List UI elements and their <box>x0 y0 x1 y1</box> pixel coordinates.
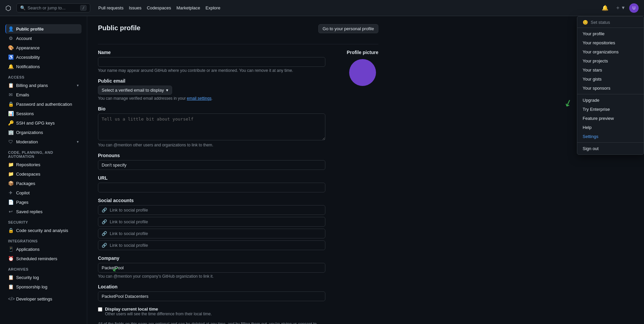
sidebar-item-applications[interactable]: 📱 Applications <box>5 244 82 254</box>
dropdown-help[interactable]: Help <box>577 123 644 132</box>
name-input[interactable] <box>98 57 325 67</box>
sidebar-section-code: Code, planning, and automation <box>5 146 82 160</box>
sidebar-item-saved-replies[interactable]: ↩ Saved replies <box>5 207 82 216</box>
email-hint: You can manage verified email addresses … <box>98 96 325 101</box>
pronouns-label: Pronouns <box>98 153 325 158</box>
repo-icon: 📁 <box>8 162 13 167</box>
dropdown-your-projects[interactable]: Your projects <box>577 56 644 65</box>
location-input[interactable] <box>98 291 325 301</box>
sidebar-item-pages[interactable]: 📄 Pages <box>5 197 82 207</box>
email-select-text: Select a verified email to display <box>102 88 164 93</box>
profile-picture[interactable] <box>349 59 376 86</box>
sidebar-item-billing[interactable]: 📋 Billing and plans ▾ <box>5 81 82 90</box>
link-icon-2: 🔗 <box>102 219 107 224</box>
dropdown-your-stars[interactable]: Your stars <box>577 65 644 75</box>
org-icon: 🏢 <box>8 130 13 135</box>
display-time-label[interactable]: Display current local time <box>105 307 158 312</box>
dropdown-feature-preview[interactable]: Feature preview <box>577 114 644 123</box>
sidebar-item-copilot[interactable]: ✈ Copilot <box>5 188 82 197</box>
link-icon-3: 🔗 <box>102 231 107 236</box>
key-icon: 🔑 <box>8 120 13 126</box>
social-input-2: 🔗 <box>98 217 325 227</box>
display-time-row: Display current local time Other users w… <box>98 307 325 316</box>
email-settings-link[interactable]: email settings <box>187 96 211 101</box>
brush-icon: 🎨 <box>8 45 13 50</box>
dropdown-your-sponsors[interactable]: Your sponsors <box>577 84 644 93</box>
page-title: Public profile <box>98 24 141 32</box>
shield-icon: 🛡 <box>8 139 13 144</box>
nav-marketplace[interactable]: Marketplace <box>176 5 200 10</box>
dropdown-your-profile[interactable]: Your profile <box>577 29 644 38</box>
email-select[interactable]: Select a verified email to display ▾ <box>98 86 172 95</box>
url-input[interactable] <box>98 183 325 192</box>
display-time-checkbox[interactable] <box>98 307 102 312</box>
reply-icon: ↩ <box>8 209 13 214</box>
search-bar[interactable]: 🔍 Search or jump to... / <box>16 3 90 12</box>
bio-label: Bio <box>98 106 325 111</box>
pronouns-select[interactable]: Don't specify <box>98 160 325 170</box>
pronouns-group: Pronouns Don't specify <box>98 153 325 170</box>
sidebar-item-password-auth[interactable]: 🔒 Password and authentication <box>5 99 82 109</box>
dropdown-your-gists[interactable]: Your gists <box>577 75 644 84</box>
go-to-profile-button[interactable]: Go to your personal profile <box>318 24 378 33</box>
sidebar-item-public-profile[interactable]: 👤 Public profile <box>5 24 82 34</box>
bottom-note: All of the fields on this page are optio… <box>98 322 325 324</box>
topnav-right: 🔔 ＋ ▾ U <box>600 3 639 13</box>
topnav-links: Pull requests Issues Codespaces Marketpl… <box>98 5 220 10</box>
sidebar-item-notifications[interactable]: 🔔 Notifications <box>5 62 82 71</box>
sidebar-item-developer-settings[interactable]: </> Developer settings <box>5 294 82 304</box>
company-hint: You can @mention your company's GitHub o… <box>98 274 325 279</box>
display-time-group: Display current local time Other users w… <box>98 307 325 316</box>
dropdown-your-repositories[interactable]: Your repositories <box>577 38 644 47</box>
sidebar-item-accessibility[interactable]: ♿ Accessibility <box>5 52 82 62</box>
social-input-3: 🔗 <box>98 229 325 238</box>
sidebar-item-appearance[interactable]: 🎨 Appearance <box>5 43 82 52</box>
social-input-4: 🔗 <box>98 240 325 250</box>
sidebar-item-security-log[interactable]: 📋 Security log <box>5 273 82 282</box>
sidebar-item-emails[interactable]: ✉ Emails <box>5 90 82 99</box>
sidebar-item-packages[interactable]: 📦 Packages <box>5 179 82 188</box>
social-field-2[interactable] <box>110 219 322 224</box>
nav-explore[interactable]: Explore <box>206 5 220 10</box>
nav-issues[interactable]: Issues <box>129 5 142 10</box>
sidebar-item-scheduled-reminders[interactable]: ⏰ Scheduled reminders <box>5 254 82 263</box>
page-layout: 👤 Public profile ⚙ Account 🎨 Appearance … <box>0 16 644 324</box>
github-logo[interactable]: ⬡ <box>5 4 11 12</box>
email-icon: ✉ <box>8 92 13 97</box>
expand-icon: ▾ <box>77 83 79 88</box>
sidebar: 👤 Public profile ⚙ Account 🎨 Appearance … <box>0 16 87 324</box>
sidebar-item-code-security[interactable]: 🔒 Code security and analysis <box>5 226 82 235</box>
dropdown-settings[interactable]: Settings <box>577 132 644 141</box>
sidebar-item-organizations[interactable]: 🏢 Organizations <box>5 128 82 137</box>
profile-picture-label: Profile picture <box>347 50 378 55</box>
company-input[interactable] <box>98 263 325 273</box>
bell-icon: 🔔 <box>8 64 13 69</box>
sidebar-item-account[interactable]: ⚙ Account <box>5 34 82 43</box>
bio-hint: You can @mention other users and organiz… <box>98 143 325 147</box>
dropdown-upgrade[interactable]: Upgrade <box>577 96 644 105</box>
bio-textarea[interactable] <box>98 113 325 140</box>
dropdown-your-organizations[interactable]: Your organizations <box>577 47 644 56</box>
sidebar-item-sponsorship-log[interactable]: 📋 Sponsorship log <box>5 282 82 291</box>
sidebar-item-ssh-gpg[interactable]: 🔑 SSH and GPG keys <box>5 118 82 128</box>
dropdown-sign-out[interactable]: Sign out <box>577 144 644 153</box>
nav-codespaces[interactable]: Codespaces <box>147 5 171 10</box>
social-field-3[interactable] <box>110 231 322 236</box>
social-field-4[interactable] <box>110 243 322 248</box>
accessibility-icon: ♿ <box>8 54 13 60</box>
notifications-bell[interactable]: 🔔 <box>600 3 610 12</box>
social-field-1[interactable] <box>110 207 322 213</box>
copilot-icon: ✈ <box>8 190 13 195</box>
sidebar-item-moderation[interactable]: 🛡 Moderation ▾ <box>5 137 82 146</box>
sidebar-item-codespaces[interactable]: 📁 Codespaces <box>5 169 82 179</box>
pages-icon: 📄 <box>8 199 13 205</box>
sidebar-item-sessions[interactable]: 📊 Sessions <box>5 109 82 118</box>
avatar[interactable]: U <box>629 3 639 13</box>
dropdown-try-enterprise[interactable]: Try Enterprise <box>577 105 644 114</box>
sidebar-item-repositories[interactable]: 📁 Repositories <box>5 160 82 169</box>
nav-pull-requests[interactable]: Pull requests <box>98 5 123 10</box>
create-button[interactable]: ＋ ▾ <box>613 3 627 13</box>
topnav: ⬡ 🔍 Search or jump to... / Pull requests… <box>0 0 644 16</box>
search-shortcut: / <box>80 5 87 11</box>
set-status-item[interactable]: 😊 Set status <box>577 18 644 28</box>
